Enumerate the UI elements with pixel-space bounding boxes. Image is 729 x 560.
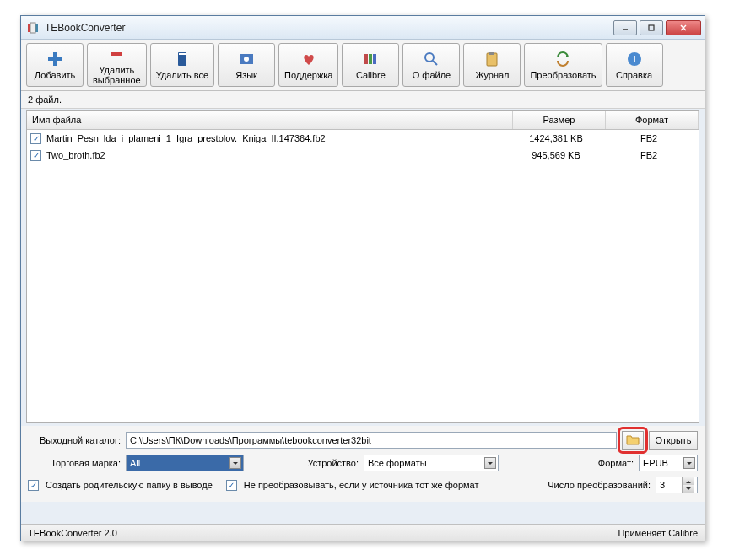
statusbar: TEBookConverter 2.0 Применяет Calibre xyxy=(21,524,705,541)
file-name: Martin_Pesn_lda_i_plameni_1_Igra_prestol… xyxy=(45,133,510,143)
svg-text:i: i xyxy=(633,54,635,64)
brand-label: Торговая марка: xyxy=(28,458,121,468)
file-name: Two_broth.fb2 xyxy=(45,150,510,160)
spin-up-icon[interactable] xyxy=(682,477,694,485)
add-button[interactable]: Добавить xyxy=(26,43,84,87)
output-dir-label: Выходной каталог: xyxy=(28,435,121,445)
remove-selected-button[interactable]: Удалить выбранное xyxy=(87,43,147,87)
close-button[interactable] xyxy=(666,20,701,35)
col-name[interactable]: Имя файла xyxy=(27,111,513,129)
chevron-down-icon xyxy=(484,457,496,469)
toolbar: Добавить Удалить выбранное Удалить все Я… xyxy=(21,40,705,91)
window-title: TEBookConverter xyxy=(45,22,613,34)
remove-all-button[interactable]: Удалить все xyxy=(150,43,214,87)
file-table: Имя файла Размер Формат Martin_Pesn_lda_… xyxy=(26,110,699,423)
open-button[interactable]: Открыть xyxy=(649,431,698,450)
minus-icon xyxy=(108,46,125,62)
file-format: FB2 xyxy=(602,150,695,160)
row-checkbox[interactable] xyxy=(30,150,41,161)
svg-rect-11 xyxy=(179,53,186,55)
magnifier-icon xyxy=(423,51,440,67)
minimize-button[interactable] xyxy=(613,20,637,35)
file-size: 945,569 KB xyxy=(510,150,602,160)
file-count-label: 2 файл. xyxy=(21,91,705,109)
create-parent-checkbox[interactable]: Создать родительскую папку в выводе xyxy=(28,480,213,491)
chevron-down-icon xyxy=(683,457,695,469)
book-icon xyxy=(174,51,191,67)
titlebar: TEBookConverter xyxy=(21,16,705,40)
output-dir-input[interactable] xyxy=(126,432,617,449)
info-icon: i xyxy=(626,51,643,67)
svg-rect-20 xyxy=(489,52,494,55)
books-icon xyxy=(362,51,379,67)
svg-rect-19 xyxy=(487,53,497,66)
svg-rect-14 xyxy=(364,54,368,64)
convert-icon xyxy=(554,51,571,67)
journal-button[interactable]: Журнал xyxy=(463,43,521,87)
device-select[interactable]: Все форматы xyxy=(364,455,499,471)
folder-icon xyxy=(626,433,640,447)
col-size[interactable]: Размер xyxy=(513,111,606,129)
device-label: Устройство: xyxy=(274,458,359,468)
maximize-button[interactable] xyxy=(640,20,663,35)
status-right: Применяет Calibre xyxy=(618,528,698,538)
conv-count-input[interactable] xyxy=(656,480,682,490)
language-button[interactable]: Язык xyxy=(218,43,275,87)
skip-same-format-checkbox[interactable]: Не преобразовывать, если у источника тот… xyxy=(226,480,479,491)
file-format: FB2 xyxy=(602,133,695,143)
bottom-panel: Выходной каталог: Открыть Торговая марка… xyxy=(21,426,705,502)
calibre-button[interactable]: Calibre xyxy=(342,43,399,87)
spin-down-icon[interactable] xyxy=(682,485,694,493)
support-button[interactable]: Поддержка xyxy=(278,43,338,87)
file-size: 1424,381 KB xyxy=(510,133,602,143)
convert-button[interactable]: Преобразовать xyxy=(524,43,602,87)
svg-point-13 xyxy=(244,57,249,62)
flag-icon xyxy=(238,51,255,67)
conv-count-label: Число преобразований: xyxy=(548,480,651,490)
svg-line-18 xyxy=(433,61,437,65)
table-row[interactable]: Two_broth.fb2945,569 KBFB2 xyxy=(27,147,699,164)
about-file-button[interactable]: О файле xyxy=(402,43,460,87)
chevron-down-icon xyxy=(230,457,241,469)
app-icon xyxy=(26,21,40,35)
row-checkbox[interactable] xyxy=(30,133,41,144)
heart-icon xyxy=(300,51,317,67)
browse-button[interactable] xyxy=(622,431,644,450)
checkbox-icon xyxy=(28,480,39,491)
checkbox-icon xyxy=(226,480,237,491)
svg-rect-16 xyxy=(373,54,376,64)
help-button[interactable]: i Справка xyxy=(606,43,663,87)
format-label: Формат: xyxy=(598,458,634,468)
svg-rect-9 xyxy=(111,52,122,56)
svg-point-17 xyxy=(425,53,434,62)
col-format[interactable]: Формат xyxy=(606,111,699,129)
svg-rect-2 xyxy=(30,23,35,33)
format-select[interactable]: EPUB xyxy=(639,455,698,471)
plus-icon xyxy=(46,51,63,67)
svg-rect-4 xyxy=(649,25,654,30)
table-header: Имя файла Размер Формат xyxy=(27,111,699,130)
status-left: TEBookConverter 2.0 xyxy=(28,528,117,538)
table-row[interactable]: Martin_Pesn_lda_i_plameni_1_Igra_prestol… xyxy=(27,130,699,147)
brand-select[interactable]: All xyxy=(126,455,244,471)
svg-rect-15 xyxy=(369,54,372,64)
clipboard-icon xyxy=(483,51,500,67)
conv-count-stepper[interactable] xyxy=(656,477,698,493)
svg-rect-8 xyxy=(48,57,62,61)
